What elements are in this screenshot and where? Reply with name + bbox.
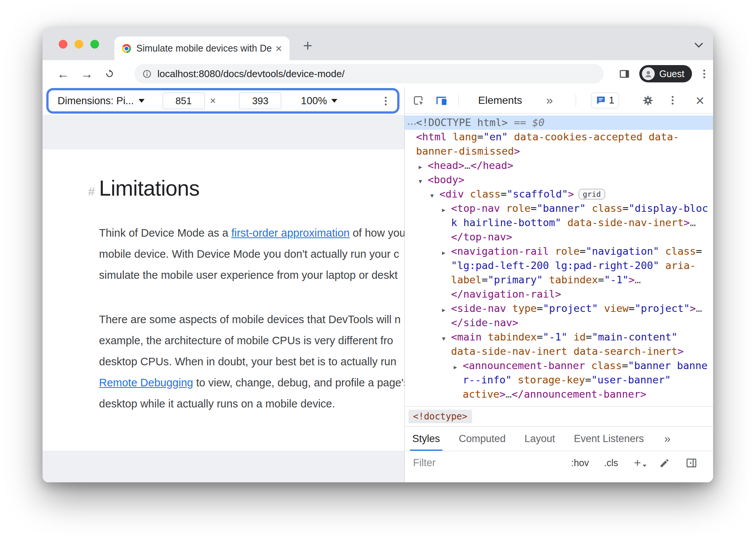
doc-link[interactable]: Remote Debugging bbox=[99, 377, 193, 389]
dom-tree-row[interactable]: ▶<navigation-rail role="navigation" clas… bbox=[405, 244, 713, 258]
toggle-element-state[interactable]: :hov bbox=[571, 457, 589, 468]
doc-link[interactable]: first-order approximation bbox=[231, 227, 349, 239]
text-segment: <div bbox=[439, 188, 464, 200]
dom-tree-row[interactable]: k hairline-bottom" data-side-nav-inert>… bbox=[405, 216, 713, 230]
browser-window: Simulate mobile devices with Device Mode… bbox=[43, 27, 713, 482]
text-segment bbox=[549, 245, 555, 257]
browser-tab[interactable]: Simulate mobile devices with Device Mode… bbox=[114, 36, 290, 60]
issues-counter[interactable]: 1 bbox=[591, 93, 619, 108]
toggle-device-toolbar-icon[interactable] bbox=[435, 94, 448, 107]
dom-tree-row[interactable]: </navigation-rail> bbox=[405, 287, 713, 301]
browser-menu-icon[interactable] bbox=[703, 73, 705, 75]
device-mode-margin bbox=[43, 115, 404, 149]
text-segment: > bbox=[677, 345, 683, 357]
dom-tree-row[interactable]: banner-dismissed> bbox=[405, 144, 713, 158]
dom-tree-row[interactable]: r--info" storage-key="user-banner" bbox=[405, 373, 713, 387]
dom-tree: •••<!DOCTYPE html> == $0<html lang="en" … bbox=[405, 114, 713, 406]
zoom-dropdown[interactable]: 100% bbox=[301, 95, 327, 107]
tab-styles[interactable]: Styles bbox=[412, 427, 440, 451]
dom-tree-row[interactable]: "lg:pad-left-200 lg:pad-right-200" aria- bbox=[405, 258, 713, 273]
dom-tree-row[interactable]: ▼<div class="scaffold">grid bbox=[405, 187, 713, 201]
article-paragraphs: Think of Device Mode as a first-order ap… bbox=[99, 222, 404, 414]
dom-tree-row[interactable]: <html lang="en" data-cookies-accepted da… bbox=[405, 130, 713, 144]
dom-tree-row[interactable]: ▶<announcement-banner class="banner bann… bbox=[405, 359, 713, 373]
brush-icon[interactable] bbox=[659, 458, 670, 468]
maximize-window-button[interactable] bbox=[90, 40, 99, 49]
breadcrumb-doctype[interactable]: <!doctype> bbox=[408, 410, 472, 423]
text-segment: = bbox=[530, 202, 537, 214]
reload-button[interactable] bbox=[104, 68, 115, 79]
expand-arrow-icon[interactable]: ▶ bbox=[442, 203, 451, 217]
dom-tree-row[interactable]: data-side-nav-inert data-search-inert> bbox=[405, 344, 713, 359]
text-segment: lang bbox=[453, 131, 477, 143]
inspect-element-icon[interactable] bbox=[413, 95, 424, 106]
expand-arrow-icon[interactable]: ▶ bbox=[419, 160, 428, 174]
collapse-arrow-icon[interactable]: ▼ bbox=[419, 174, 428, 188]
more-style-tabs-icon[interactable]: » bbox=[664, 432, 671, 445]
toggle-sidebar-icon[interactable] bbox=[686, 457, 697, 469]
tab-layout[interactable]: Layout bbox=[524, 427, 555, 451]
settings-gear-icon[interactable] bbox=[642, 95, 654, 106]
new-rule-caret-icon[interactable] bbox=[643, 465, 646, 467]
text-segment: "lg:pad-left-200 lg:pad-right-200" bbox=[451, 260, 659, 271]
expand-arrow-icon[interactable]: ▶ bbox=[442, 303, 451, 317]
close-devtools-icon[interactable]: × bbox=[695, 93, 704, 108]
device-height-input[interactable] bbox=[239, 93, 281, 109]
dimensions-dropdown[interactable]: Dimensions: Pi... bbox=[58, 95, 134, 107]
dom-tree-row[interactable]: ▶<head>…</head> bbox=[405, 158, 713, 173]
tab-computed[interactable]: Computed bbox=[459, 427, 506, 451]
styles-filter-input[interactable] bbox=[412, 457, 549, 469]
tab-overview-chevron-icon[interactable] bbox=[694, 43, 703, 48]
expand-arrow-icon[interactable]: ▶ bbox=[442, 246, 451, 260]
section-heading: # Limitations bbox=[88, 176, 404, 201]
text-segment: storage-key bbox=[518, 374, 585, 386]
dom-tree-row[interactable]: ▶<side-nav type="project" view="project"… bbox=[405, 301, 713, 316]
tab-strip: Simulate mobile devices with Device Mode… bbox=[43, 27, 713, 60]
dimensions-caret-icon[interactable] bbox=[139, 99, 145, 103]
dom-tree-row[interactable]: ▼<main tabindex="-1" id="main-content" bbox=[405, 330, 713, 344]
new-tab-button[interactable]: + bbox=[303, 38, 312, 54]
collapse-arrow-icon[interactable]: ▼ bbox=[430, 188, 439, 203]
device-width-input[interactable] bbox=[163, 93, 205, 109]
new-style-rule-button[interactable]: + bbox=[634, 456, 641, 470]
dom-tree-row[interactable]: ▼<body> bbox=[405, 173, 713, 187]
heading-anchor-hash[interactable]: # bbox=[88, 185, 99, 199]
dom-tree-row[interactable]: •••<!DOCTYPE html> == $0 bbox=[405, 116, 713, 130]
minimize-window-button[interactable] bbox=[75, 40, 83, 49]
text-segment: label bbox=[451, 274, 482, 286]
more-panels-icon[interactable]: » bbox=[546, 93, 553, 107]
zoom-caret-icon[interactable] bbox=[331, 99, 337, 103]
paragraph-line: desktop while it actually runs on a mobi… bbox=[99, 393, 404, 414]
profile-button[interactable]: Guest bbox=[639, 65, 692, 82]
close-window-button[interactable] bbox=[59, 40, 67, 49]
text-segment: > bbox=[568, 188, 574, 200]
text-segment bbox=[508, 131, 514, 143]
dom-tree-row[interactable]: active>…</announcement-banner> bbox=[405, 387, 713, 401]
device-toolbar-menu-icon[interactable] bbox=[385, 100, 387, 102]
text-segment bbox=[643, 131, 649, 143]
text-segment: = bbox=[585, 374, 591, 386]
back-button[interactable]: ← bbox=[57, 68, 69, 80]
toolbar-divider bbox=[576, 94, 576, 106]
side-panel-icon[interactable] bbox=[619, 68, 630, 80]
toggle-classes[interactable]: .cls bbox=[604, 457, 618, 468]
devtools-menu-icon[interactable] bbox=[672, 99, 674, 101]
text-segment: active bbox=[463, 388, 500, 400]
tab-elements[interactable]: Elements bbox=[478, 94, 522, 106]
text-segment: = bbox=[537, 331, 543, 343]
expand-arrow-icon[interactable]: ▶ bbox=[454, 360, 463, 374]
url-bar[interactable]: localhost:8080/docs/devtools/device-mode… bbox=[134, 64, 604, 84]
forward-button[interactable]: → bbox=[81, 68, 93, 80]
dom-tree-row[interactable]: </top-nav> bbox=[405, 230, 713, 244]
text-segment: <head> bbox=[428, 160, 465, 171]
url-text: localhost:8080/docs/devtools/device-mode… bbox=[157, 68, 344, 80]
dom-tree-row[interactable]: </side-nav> bbox=[405, 316, 713, 330]
collapse-arrow-icon[interactable]: ▼ bbox=[442, 331, 451, 346]
tab-close-icon[interactable]: × bbox=[275, 43, 282, 54]
text-segment: <navigation-rail bbox=[451, 245, 549, 257]
tab-event-listeners[interactable]: Event Listeners bbox=[574, 427, 644, 451]
grid-badge[interactable]: grid bbox=[579, 189, 605, 199]
dom-tree-row[interactable]: ▶<top-nav role="banner" class="display-b… bbox=[405, 201, 713, 216]
site-info-icon[interactable] bbox=[142, 69, 152, 79]
dom-tree-row[interactable]: label="primary" tabindex="-1">… bbox=[405, 273, 713, 287]
